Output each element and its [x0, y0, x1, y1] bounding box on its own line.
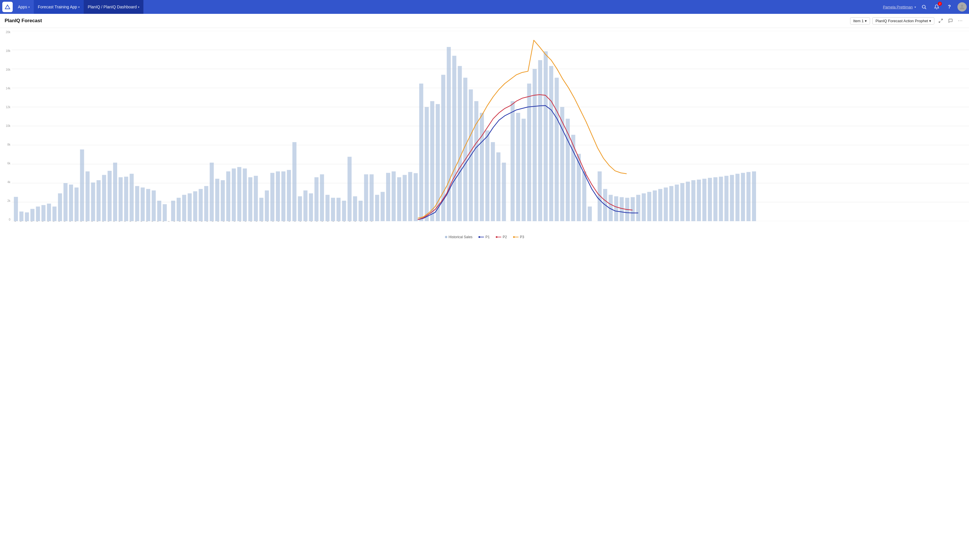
x-label: Week 49 FY19 [151, 221, 156, 223]
svg-rect-31 [85, 171, 90, 221]
svg-rect-36 [113, 163, 117, 221]
user-menu[interactable]: Pamela Prettiman ▾ [883, 5, 916, 9]
comment-icon[interactable] [946, 17, 954, 25]
svg-rect-55 [221, 180, 225, 221]
legend-p1-line-icon [478, 236, 484, 238]
svg-rect-128 [631, 197, 635, 221]
svg-rect-82 [370, 174, 374, 221]
svg-rect-113 [544, 52, 548, 221]
x-label: Week 13 FY20 [173, 221, 178, 223]
x-label: Week 25 FY22 [332, 221, 337, 223]
app-logo[interactable] [2, 2, 13, 12]
svg-rect-88 [403, 175, 406, 221]
notifications-icon[interactable]: 2 [932, 2, 941, 12]
svg-rect-46 [171, 201, 175, 221]
x-label: Week 33 FY20 [200, 221, 205, 223]
svg-rect-40 [135, 186, 139, 221]
svg-rect-146 [730, 175, 734, 221]
svg-rect-79 [353, 196, 357, 221]
svg-rect-75 [331, 198, 335, 221]
svg-rect-56 [226, 171, 230, 221]
svg-rect-114 [549, 66, 553, 221]
svg-rect-140 [697, 179, 701, 221]
svg-point-2 [922, 5, 926, 8]
forecast-action-label: PlanIQ Forecast Action Prophet [876, 19, 928, 23]
svg-rect-102 [480, 113, 484, 221]
x-label: Week 49 FY20 [222, 221, 227, 223]
x-label: Week 9 FY22 [310, 221, 315, 223]
y-label-0: 0 [1, 218, 10, 221]
svg-rect-106 [502, 163, 506, 221]
topnav-right-section: Pamela Prettiman ▾ 2 ? [883, 2, 967, 12]
svg-rect-63 [265, 190, 269, 221]
x-label: Week 1 FY19 [85, 221, 90, 223]
x-label: Week 17 FY19 [107, 221, 112, 223]
x-label: Week 41 FY22 [354, 221, 359, 223]
x-label: Week 1 FY22 [299, 221, 304, 223]
svg-rect-91 [419, 84, 423, 221]
svg-rect-38 [124, 177, 128, 221]
svg-rect-26 [58, 193, 62, 221]
help-icon[interactable]: ? [945, 2, 954, 12]
y-label-20k: 20k [1, 31, 10, 34]
y-label-2k: 2k [1, 199, 10, 203]
apps-menu[interactable]: Apps ▾ [14, 0, 34, 14]
svg-rect-76 [336, 198, 341, 221]
svg-rect-35 [108, 171, 112, 221]
svg-rect-134 [664, 188, 668, 221]
svg-rect-122 [598, 171, 602, 221]
x-label: Week 25 FY19 [118, 221, 123, 223]
svg-rect-144 [719, 177, 723, 221]
x-label: Week 5 FY20 [162, 221, 167, 223]
x-label: Week 5 FY21 [233, 221, 238, 223]
y-label-4k: 4k [1, 181, 10, 184]
x-label: Week 17 FY21 [250, 221, 255, 223]
avatar[interactable] [957, 2, 967, 12]
x-label: Week 21 FY18 [41, 221, 46, 223]
svg-rect-43 [152, 190, 156, 221]
x-label: Week 9 FY19 [96, 221, 101, 223]
svg-rect-96 [447, 47, 451, 221]
svg-rect-103 [485, 130, 489, 221]
user-chevron-icon: ▾ [914, 5, 916, 9]
svg-rect-34 [102, 175, 106, 221]
x-label: Week 5 FY22 [305, 221, 309, 223]
item-label: Item 1 [853, 19, 864, 23]
svg-rect-136 [675, 184, 679, 221]
x-label: Week 21 FY21 [255, 221, 260, 223]
svg-rect-57 [232, 168, 236, 221]
expand-icon[interactable] [937, 17, 945, 25]
svg-rect-92 [425, 107, 429, 221]
svg-rect-108 [516, 113, 520, 221]
svg-point-4 [961, 5, 963, 7]
forecast-action-dropdown[interactable]: PlanIQ Forecast Action Prophet ▾ [872, 17, 934, 25]
svg-rect-138 [686, 182, 690, 221]
svg-rect-33 [97, 180, 101, 221]
svg-rect-93 [430, 101, 434, 221]
svg-rect-32 [91, 183, 95, 221]
legend-p1: P1 [478, 235, 490, 239]
svg-rect-81 [364, 174, 368, 221]
svg-rect-135 [669, 186, 673, 221]
x-label: Week 45 FY19 [145, 221, 150, 223]
x-label: Week 41 FY19 [140, 221, 145, 223]
svg-rect-28 [69, 184, 73, 221]
more-options-icon[interactable]: ··· [956, 17, 964, 25]
x-label: Week 1 FY21 [228, 221, 233, 223]
x-label: Week 17 FY22 [321, 221, 326, 223]
svg-rect-150 [752, 171, 756, 221]
x-label: Week 33 FY18 [58, 221, 63, 223]
x-label: Week 29 FY20 [195, 221, 200, 223]
chart-legend: Historical Sales P1 P2 P3 [0, 233, 969, 243]
item-dropdown[interactable]: Item 1 ▾ [850, 17, 870, 25]
svg-rect-130 [642, 193, 646, 221]
search-icon[interactable] [919, 2, 929, 12]
planiq-dashboard-menu[interactable]: PlanIQ / PlanIQ Dashboard ▾ [84, 0, 143, 14]
subheader: PlanIQ Forecast Item 1 ▾ PlanIQ Forecast… [0, 14, 969, 28]
svg-rect-47 [176, 198, 181, 221]
svg-rect-58 [237, 167, 241, 221]
svg-rect-21 [30, 209, 34, 221]
forecast-training-app-menu[interactable]: Forecast Training App ▾ [34, 0, 84, 14]
forecast-action-chevron-icon: ▾ [929, 19, 931, 23]
svg-rect-74 [326, 195, 330, 221]
